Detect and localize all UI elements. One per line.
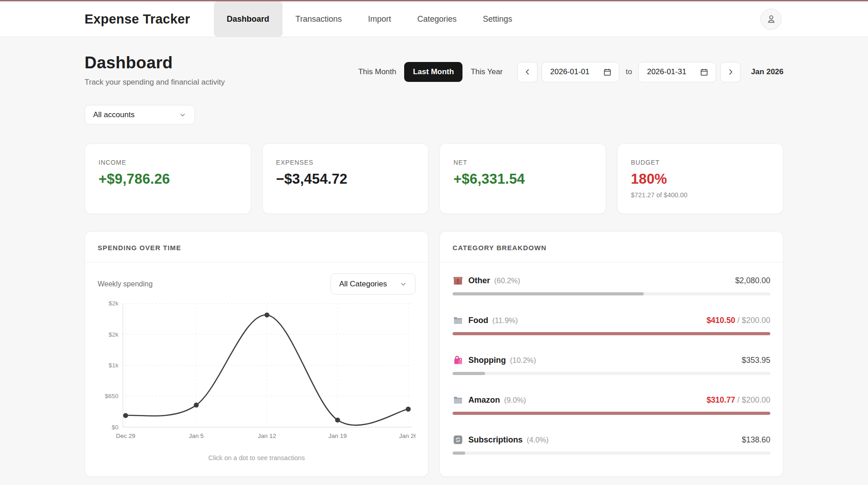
stat-label: BUDGET <box>631 159 770 166</box>
main-nav: DashboardTransactionsImportCategoriesSet… <box>214 1 526 37</box>
preset-this-year[interactable]: This Year <box>464 62 509 81</box>
svg-text:Dec 29: Dec 29 <box>116 433 136 439</box>
category-progress-track <box>453 292 770 295</box>
chevron-left-icon <box>524 68 532 76</box>
category-filter-value: All Categories <box>339 280 387 289</box>
account-filter-select[interactable]: All accounts <box>85 105 195 124</box>
category-name: Subscriptions <box>468 435 523 445</box>
category-breakdown-panel: CATEGORY BREAKDOWN Other (60.2%) $2,080.… <box>439 231 783 477</box>
period-label: Jan 2026 <box>751 67 783 76</box>
start-date-input[interactable]: 2026-01-01 <box>542 62 619 82</box>
package-icon <box>453 275 463 286</box>
stat-value: −$3,454.72 <box>276 171 415 187</box>
chart-subtitle: Weekly spending <box>98 280 153 288</box>
category-percent: (4.0%) <box>527 436 549 444</box>
user-avatar-button[interactable] <box>760 9 782 30</box>
prev-period-button[interactable] <box>517 62 538 82</box>
next-period-button[interactable] <box>720 62 741 82</box>
category-progress-track <box>453 372 770 375</box>
folder-icon <box>453 315 463 326</box>
category-percent: (9.0%) <box>504 396 526 404</box>
start-date-value: 2026-01-01 <box>550 67 590 76</box>
svg-text:$0: $0 <box>112 424 118 431</box>
tab-import[interactable]: Import <box>355 1 404 37</box>
category-progress-track <box>453 332 770 335</box>
app-title: Expense Tracker <box>85 12 190 27</box>
spending-over-time-panel: SPENDING OVER TIME Weekly spending All C… <box>85 231 429 477</box>
person-icon <box>765 13 777 25</box>
navbar: Expense Tracker DashboardTransactionsImp… <box>0 1 868 37</box>
stat-value: 180% <box>631 171 770 187</box>
preset-last-month[interactable]: Last Month <box>404 62 462 82</box>
tab-settings[interactable]: Settings <box>470 1 525 37</box>
stats-row: INCOME +$9,786.26 EXPENSES −$3,454.72 NE… <box>85 143 783 214</box>
svg-text:Jan 5: Jan 5 <box>189 433 204 439</box>
svg-text:$1k: $1k <box>108 362 118 369</box>
calendar-icon <box>700 68 708 76</box>
svg-text:Jan 26: Jan 26 <box>399 433 415 439</box>
stat-label: NET <box>453 159 592 166</box>
svg-text:$2k: $2k <box>108 300 118 307</box>
category-progress-fill <box>453 332 770 335</box>
category-progress-track <box>453 452 770 455</box>
category-percent: (60.2%) <box>494 276 520 285</box>
category-amounts: $353.95 <box>742 356 770 365</box>
stat-card-income: INCOME +$9,786.26 <box>85 143 251 214</box>
category-filter-select[interactable]: All Categories <box>330 273 415 295</box>
category-row-food[interactable]: Food (11.9%) $410.50 / $200.00 <box>453 315 770 335</box>
stat-label: EXPENSES <box>276 159 415 166</box>
preset-this-month[interactable]: This Month <box>352 62 402 81</box>
svg-text:$2k: $2k <box>108 331 118 338</box>
date-range-controls: This MonthLast MonthThis Year 2026-01-01… <box>352 57 783 87</box>
page-subtitle: Track your spending and financial activi… <box>85 78 225 87</box>
category-amounts: $310.77 / $200.00 <box>707 395 770 405</box>
spending-line-chart[interactable]: $0$650$1k$2k$2kDec 29Jan 5Jan 12Jan 19Ja… <box>98 299 415 451</box>
category-amounts: $2,080.00 <box>735 276 770 285</box>
stat-label: INCOME <box>99 159 237 166</box>
calendar-icon <box>603 68 612 76</box>
stat-value: +$6,331.54 <box>453 171 592 187</box>
chevron-down-icon <box>179 111 186 119</box>
stat-card-net: NET +$6,331.54 <box>439 143 606 214</box>
category-progress-track <box>453 412 770 415</box>
category-progress-fill <box>453 372 485 375</box>
tab-categories[interactable]: Categories <box>404 1 470 37</box>
category-name: Food <box>468 316 488 325</box>
folder-icon <box>453 395 463 405</box>
category-percent: (11.9%) <box>492 316 518 325</box>
category-progress-fill <box>453 292 644 295</box>
to-label: to <box>626 67 632 76</box>
tab-transactions[interactable]: Transactions <box>283 1 355 37</box>
chevron-down-icon <box>400 281 407 288</box>
account-filter-value: All accounts <box>93 110 135 119</box>
svg-text:Jan 19: Jan 19 <box>329 433 347 439</box>
category-progress-fill <box>453 412 770 415</box>
svg-text:$650: $650 <box>105 393 118 399</box>
category-percent: (10.2%) <box>510 356 536 365</box>
category-progress-fill <box>453 452 465 455</box>
category-name: Shopping <box>468 356 506 365</box>
category-amounts: $138.60 <box>742 435 770 445</box>
category-row-other[interactable]: Other (60.2%) $2,080.00 <box>453 275 770 295</box>
chevron-right-icon <box>726 68 735 76</box>
chart-footnote: Click on a dot to see transactions <box>98 454 415 461</box>
stat-subtext: $721.27 of $400.00 <box>631 191 770 199</box>
stat-card-expenses: EXPENSES −$3,454.72 <box>262 143 429 214</box>
category-name: Amazon <box>468 395 500 405</box>
page-title: Dashboard <box>85 53 225 72</box>
tab-dashboard[interactable]: Dashboard <box>214 1 283 37</box>
category-amounts: $410.50 / $200.00 <box>707 316 770 325</box>
category-row-shopping[interactable]: Shopping (10.2%) $353.95 <box>453 355 770 375</box>
end-date-value: 2026-01-31 <box>647 67 686 76</box>
spending-panel-title: SPENDING OVER TIME <box>85 232 428 262</box>
category-panel-title: CATEGORY BREAKDOWN <box>440 232 783 262</box>
stat-value: +$9,786.26 <box>99 171 237 187</box>
refresh-icon <box>453 434 463 445</box>
category-row-amazon[interactable]: Amazon (9.0%) $310.77 / $200.00 <box>453 395 770 415</box>
shopping-bag-icon <box>453 355 463 366</box>
page-header: Dashboard Track your spending and financ… <box>85 53 783 87</box>
category-name: Other <box>468 276 490 285</box>
stat-card-budget: BUDGET 180% $721.27 of $400.00 <box>617 143 784 214</box>
end-date-input[interactable]: 2026-01-31 <box>638 62 716 82</box>
category-row-subscriptions[interactable]: Subscriptions (4.0%) $138.60 <box>453 434 770 455</box>
